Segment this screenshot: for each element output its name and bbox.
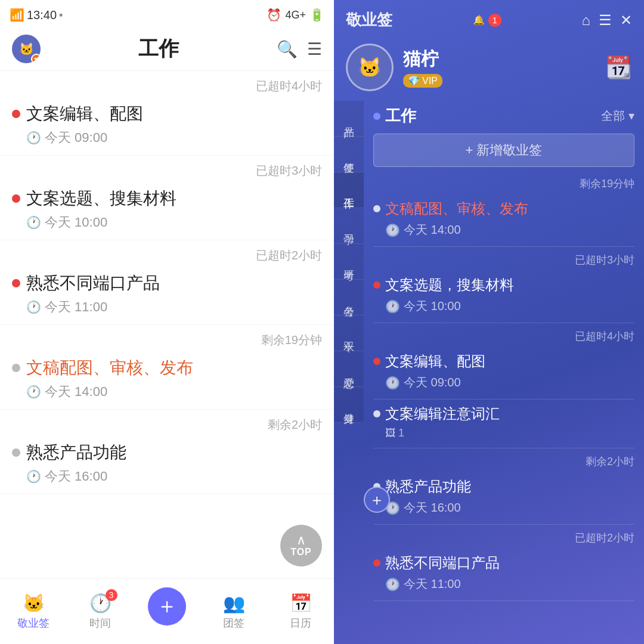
page-title: 工作 <box>41 35 277 63</box>
add-icon[interactable]: ＋ <box>148 587 186 626</box>
avatar-large[interactable]: 🐱 <box>346 44 394 91</box>
task-title: 熟悉产品功能 <box>26 441 126 464</box>
nav-label: 时间 <box>89 616 111 630</box>
network-icon: 4G+ <box>285 9 306 21</box>
list-item[interactable]: 文稿配图、审核、发布 🕐 今天 14:00 <box>373 194 634 247</box>
nav-item-tuanqian[interactable]: 👥 团签 <box>200 593 267 630</box>
task-dot <box>373 358 380 365</box>
nav-item-calendar[interactable]: 📅 日历 <box>267 593 334 630</box>
sidebar-tab-exam2[interactable]: 考公 <box>334 280 364 315</box>
clock-icon: 🕐 <box>385 577 400 592</box>
vip-label: VIP <box>422 76 438 86</box>
section-header: 工作 全部 ▾ <box>373 101 634 134</box>
status-bar: 📶 13:40 ▪ ⏰ 4G+ 🔋 <box>0 0 334 30</box>
calendar-icon: 📅 <box>290 593 312 614</box>
right-content: 工作 全部 ▾ + 新增敬业签 剩余19分钟 文稿配图、审核、发布 🕐 今天 1… <box>364 101 644 644</box>
right-time-label-6: 已超时2小时 <box>373 531 634 545</box>
right-app-title: 敬业签 <box>346 10 392 30</box>
time-badge-3: 已超时2小时 <box>0 240 334 266</box>
sidebar-tab-fitness[interactable]: 健身 <box>334 387 364 423</box>
list-item[interactable]: 文案编辑、配图 🕐 今天 09:00 <box>373 347 634 400</box>
list-icon[interactable]: ☰ <box>599 12 612 29</box>
signal-icon: 📶 <box>10 8 24 22</box>
status-left: 📶 13:40 ▪ <box>10 8 63 22</box>
task-time: 今天 14:00 <box>45 383 107 401</box>
task-time: 今天 11:00 <box>45 298 107 316</box>
calendar-icon-right[interactable]: 📆 <box>605 55 632 80</box>
list-item[interactable]: 熟悉产品功能 🕐 今天 16:00 <box>373 472 634 525</box>
status-right: ⏰ 4G+ 🔋 <box>267 8 324 22</box>
table-row[interactable]: 熟悉不同端口产品 🕐 今天 11:00 <box>0 266 334 325</box>
bell-icon[interactable]: 🔔 <box>473 14 485 26</box>
section-title-text: 工作 <box>385 106 416 126</box>
right-top-bar: 敬业签 🔔 1 ⌂ ☰ ✕ <box>334 0 644 36</box>
task-time: 今天 11:00 <box>404 576 461 592</box>
task-sub: 🖼 1 <box>373 427 634 439</box>
task-dot <box>373 281 380 289</box>
right-time-label-3: 已超时4小时 <box>373 329 634 343</box>
add-task-button[interactable]: + 新增敬业签 <box>373 134 634 167</box>
right-plus-button[interactable]: ＋ <box>364 487 390 513</box>
right-profile: 🐱 猫柠 💎 VIP 📆 <box>334 36 644 101</box>
nav-item-time[interactable]: 🕐 3 时间 <box>67 593 134 630</box>
clock-icon: 🕐 <box>385 299 400 314</box>
clock-icon: 🕐 <box>385 223 400 237</box>
task-title: 文案编辑、配图 <box>385 352 485 371</box>
task-time: 今天 16:00 <box>45 467 107 485</box>
section-dot-icon <box>373 113 380 120</box>
task-time: 今天 14:00 <box>404 222 461 238</box>
sidebar-tab-product[interactable]: 产品 <box>334 101 364 137</box>
top-button[interactable]: ∧ TOP <box>280 525 322 566</box>
search-icon[interactable]: 🔍 <box>277 39 298 59</box>
right-time-label-5: 剩余2小时 <box>373 454 634 469</box>
right-panel: 敬业签 🔔 1 ⌂ ☰ ✕ 🐱 猫柠 💎 VIP 📆 产品 便签 工作 学 <box>334 0 644 644</box>
top-arrow-icon: ∧ <box>296 534 306 547</box>
list-item[interactable]: 文案编辑注意词汇 🖼 1 <box>373 400 634 448</box>
profile-name: 猫柠 <box>403 47 596 72</box>
task-time: 今天 09:00 <box>45 129 107 147</box>
table-row[interactable]: 文稿配图、审核、发布 🕐 今天 14:00 <box>0 351 334 410</box>
clock-icon: 🕐 <box>26 215 41 230</box>
table-row[interactable]: 文案编辑、配图 🕐 今天 09:00 <box>0 97 334 156</box>
sidebar-tab-exam1[interactable]: 考研 <box>334 244 364 280</box>
sidebar-tab-note[interactable]: 便签 <box>334 137 364 172</box>
section-all-button[interactable]: 全部 ▾ <box>601 108 634 124</box>
diamond-icon: 💎 <box>408 75 420 86</box>
bottom-nav: 🐱 敬业签 🕐 3 时间 ＋ 👥 团签 📅 日历 <box>0 578 334 644</box>
profile-info: 猫柠 💎 VIP <box>403 47 596 88</box>
time-badge-1: 已超时4小时 <box>0 71 334 97</box>
status-extra: ▪ <box>59 9 63 21</box>
list-item[interactable]: 熟悉不同端口产品 🕐 今天 11:00 <box>373 549 634 601</box>
task-dot <box>12 110 20 118</box>
task-time: 今天 16:00 <box>404 500 461 516</box>
list-item[interactable]: 文案选题，搜集材料 🕐 今天 10:00 <box>373 271 634 323</box>
right-top-icons: ⌂ ☰ ✕ <box>582 12 633 29</box>
left-header: 🐱 ❤ 工作 🔍 ☰ <box>0 30 334 71</box>
avatar[interactable]: 🐱 ❤ <box>12 35 41 63</box>
sidebar-tab-study[interactable]: 学习 <box>334 208 364 244</box>
task-title: 文案编辑、配图 <box>26 103 143 125</box>
nav-item-jingyeqian[interactable]: 🐱 敬业签 <box>0 593 67 630</box>
menu-icon[interactable]: ☰ <box>307 39 322 59</box>
sidebar-tab-love[interactable]: 恋爱 <box>334 351 364 387</box>
home-icon[interactable]: ⌂ <box>582 12 591 29</box>
close-icon[interactable]: ✕ <box>620 12 632 29</box>
clock-icon: 🕐 <box>26 469 41 484</box>
jingyeqian-icon: 🐱 <box>23 593 45 614</box>
nav-badge: 3 <box>106 589 117 601</box>
nav-item-add[interactable]: ＋ <box>134 587 200 630</box>
task-title: 文稿配图、审核、发布 <box>26 357 193 379</box>
sidebar-tab-work[interactable]: 工作 <box>334 172 364 208</box>
task-list: 已超时4小时 文案编辑、配图 🕐 今天 09:00 已超时3小时 文案选题、搜集… <box>0 71 334 578</box>
status-time: 13:40 <box>27 8 57 22</box>
task-dot <box>373 410 380 417</box>
clock-icon: 🕐 <box>385 376 400 390</box>
right-time-label-1: 剩余19分钟 <box>373 177 634 191</box>
table-row[interactable]: 文案选题、搜集材料 🕐 今天 10:00 <box>0 181 334 240</box>
table-row[interactable]: 熟悉产品功能 🕐 今天 16:00 <box>0 435 334 494</box>
nav-label: 团签 <box>223 616 244 630</box>
image-icon: 🖼 <box>385 427 396 439</box>
time-badge-2: 已超时3小时 <box>0 156 334 181</box>
sidebar-tab-double[interactable]: 双十 <box>334 315 364 351</box>
task-dot <box>373 205 380 212</box>
